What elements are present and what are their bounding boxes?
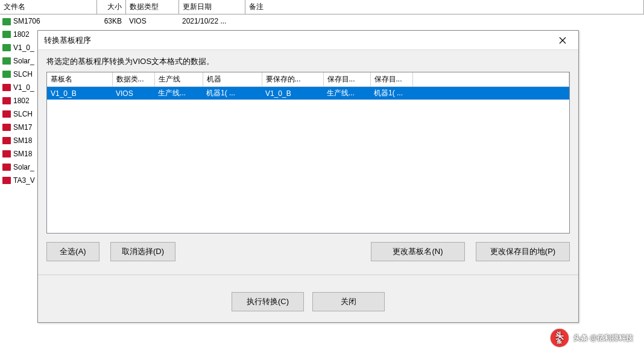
file-name: SLCH (13, 70, 33, 78)
file-name: TA3_V (13, 176, 35, 185)
change-destination-button[interactable]: 更改保存目的地(P) (476, 242, 570, 261)
cell-boardname: V1_0_B (47, 87, 112, 100)
dlg-col-savename[interactable]: 要保存的... (262, 72, 323, 87)
file-icon (2, 177, 11, 184)
dialog-title: 转换基板程序 (44, 35, 91, 46)
cell-line: 生产线... (154, 87, 203, 100)
dlg-col-datatype[interactable]: 数据类... (112, 72, 154, 87)
divider (38, 275, 578, 275)
close-icon[interactable] (553, 33, 572, 48)
file-icon (2, 137, 11, 144)
file-name: V1_0_ (13, 83, 34, 92)
file-icon (2, 84, 11, 91)
cell-savedest1: 生产线... (323, 87, 370, 100)
col-header-type[interactable]: 数据类型 (125, 0, 178, 14)
file-icon (2, 71, 11, 78)
dialog-description: 将选定的基板程序转换为VIOS文本格式的数据。 (46, 56, 570, 67)
file-name: SM1706 (13, 17, 40, 25)
dialog-titlebar[interactable]: 转换基板程序 (38, 31, 578, 50)
file-name: SM18 (13, 136, 32, 145)
col-header-size[interactable]: 大小 (96, 0, 125, 14)
cell-datatype: VIOS (112, 87, 154, 100)
cell-machine: 机器1( ... (203, 87, 262, 100)
cell-savedest2: 机器1( ... (370, 87, 412, 100)
dlg-col-line[interactable]: 生产线 (154, 72, 203, 87)
file-date: 2021/10/22 ... (178, 14, 245, 28)
file-remark (245, 14, 644, 28)
close-button[interactable]: 关闭 (312, 292, 385, 311)
file-icon (2, 164, 11, 171)
cell-savename: V1_0_B (262, 87, 323, 100)
file-icon (2, 110, 11, 118)
file-icon (2, 57, 11, 65)
file-type: VIOS (125, 14, 178, 28)
file-icon (2, 31, 11, 38)
dialog-table-container: 基板名 数据类... 生产线 机器 要保存的... 保存目... 保存目... … (46, 72, 570, 234)
file-name: 1802 (13, 30, 30, 39)
dialog-row[interactable]: V1_0_B VIOS 生产线... 机器1( ... V1_0_B 生产线..… (47, 87, 569, 100)
watermark: 头条 头条 @亿利得科技 (551, 329, 633, 347)
file-name: SM17 (13, 123, 32, 132)
dialog-table: 基板名 数据类... 生产线 机器 要保存的... 保存目... 保存目... … (47, 72, 569, 100)
file-name: Solar_ (13, 163, 34, 171)
col-header-date[interactable]: 更新日期 (178, 0, 245, 14)
file-icon (2, 97, 11, 104)
convert-dialog: 转换基板程序 将选定的基板程序转换为VIOS文本格式的数据。 基板名 数据类..… (37, 30, 579, 323)
file-name: 1802 (13, 97, 30, 105)
select-all-button[interactable]: 全选(A) (46, 242, 99, 261)
file-name: SLCH (13, 110, 33, 118)
change-boardname-button[interactable]: 更改基板名(N) (371, 242, 465, 261)
execute-button[interactable]: 执行转换(C) (232, 292, 304, 311)
file-size: 63KB (96, 14, 125, 28)
watermark-text: 头条 @亿利得科技 (573, 333, 633, 343)
deselect-button[interactable]: 取消选择(D) (110, 242, 175, 261)
dlg-col-savedest2[interactable]: 保存目... (370, 72, 412, 87)
file-row[interactable]: SM1706 63KB VIOS 2021/10/22 ... (0, 14, 644, 28)
dlg-col-savedest1[interactable]: 保存目... (323, 72, 370, 87)
dlg-col-machine[interactable]: 机器 (203, 72, 262, 87)
file-icon (2, 18, 11, 25)
dlg-col-boardname[interactable]: 基板名 (47, 72, 112, 87)
file-icon (2, 150, 11, 157)
file-name: V1_0_ (13, 43, 34, 52)
watermark-icon: 头条 (551, 329, 569, 347)
file-name: Solar_ (13, 57, 34, 65)
file-name: SM18 (13, 150, 32, 158)
file-icon (2, 124, 11, 131)
col-header-remark[interactable]: 备注 (245, 0, 644, 14)
file-icon (2, 44, 11, 51)
col-header-filename[interactable]: 文件名 (0, 0, 96, 14)
